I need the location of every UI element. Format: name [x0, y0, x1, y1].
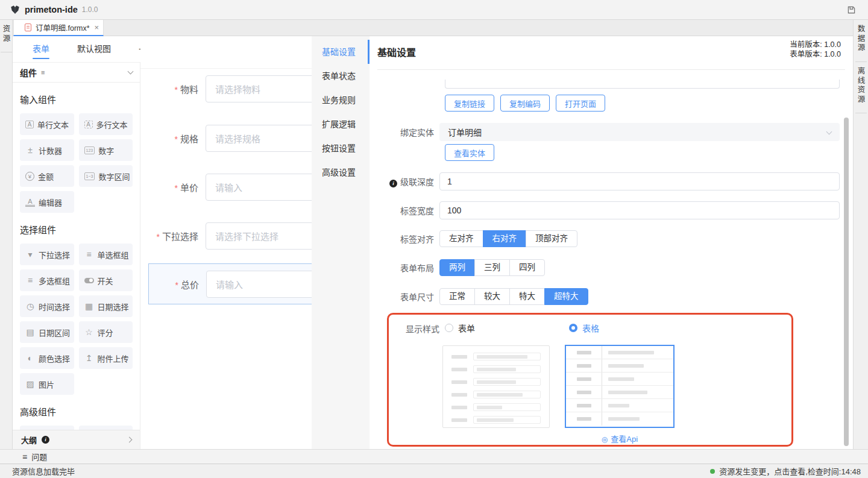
cascade-depth-input[interactable] — [439, 172, 840, 190]
chevron-down-icon — [826, 129, 832, 135]
date-range-icon: ▤ — [25, 327, 35, 337]
bind-entity-select[interactable]: 订单明细 — [439, 123, 840, 141]
palette-item[interactable]: 1~3数字区间 — [79, 165, 133, 187]
settings-nav: 基础设置表单状态业务规则扩展逻辑按钮设置高级设置 — [312, 36, 370, 449]
skeleton-input — [473, 416, 541, 424]
table-style-preview[interactable] — [565, 345, 675, 428]
field-input[interactable]: 请输入 — [206, 271, 312, 298]
segment-option[interactable]: 左对齐 — [439, 230, 483, 247]
segment-option[interactable]: 超特大 — [544, 288, 588, 305]
palette-item[interactable]: A编辑器 — [20, 191, 74, 213]
close-tab-icon[interactable]: × — [95, 23, 99, 32]
palette-item[interactable]: ▨图片 — [20, 373, 74, 395]
clipped-input[interactable] — [445, 80, 840, 89]
skeleton-row — [451, 391, 541, 398]
segment-option[interactable]: 正常 — [439, 288, 475, 305]
palette-item[interactable] — [79, 426, 133, 430]
field-label: *物料 — [140, 83, 206, 95]
action-button[interactable]: 复制编码 — [500, 95, 550, 112]
skeleton-table-cell — [602, 412, 673, 426]
palette-item[interactable]: A单行文本 — [20, 113, 74, 135]
segment-option[interactable]: 两列 — [439, 259, 475, 276]
canvas-field[interactable]: *下拉选择请选择下拉选择 — [140, 222, 312, 250]
palette-item[interactable]: ▾下拉选择 — [20, 244, 74, 265]
palette-item[interactable]: ≡多选框组 — [20, 269, 74, 291]
label-width-input[interactable] — [439, 201, 840, 219]
field-input[interactable]: 请选择下拉选择 — [206, 222, 312, 250]
view-tab[interactable]: 默认视图 — [77, 36, 111, 62]
palette-tiles: ▾下拉选择≡单选框组≡多选框组开关◷时间选择▦日期选择▤日期区间☆评分◐颜色选择… — [20, 244, 133, 395]
segment-option[interactable]: 顶部对齐 — [526, 230, 577, 247]
radio-option[interactable]: 表单 — [445, 322, 475, 334]
palette-item[interactable]: ≡单选框组 — [79, 244, 133, 265]
settings-nav-item[interactable]: 高级设置 — [312, 160, 370, 184]
skeleton-bar — [477, 380, 516, 384]
field-input[interactable]: 请选择物料 — [206, 75, 312, 102]
settings-nav-item[interactable]: 基础设置 — [312, 40, 370, 64]
settings-nav-item[interactable]: 扩展逻辑 — [312, 112, 370, 136]
canvas-field[interactable]: *单价请输入 — [140, 174, 312, 201]
chevron-down-icon[interactable] — [128, 69, 134, 75]
field-placeholder: 请选择下拉选择 — [215, 230, 278, 242]
canvas-field[interactable]: *物料请选择物料 — [140, 75, 312, 102]
form-style-preview[interactable] — [442, 345, 550, 428]
segment-option[interactable]: 较大 — [474, 288, 510, 305]
palette-item[interactable]: ☆评分 — [79, 321, 133, 343]
palette-item[interactable]: ▤日期区间 — [20, 321, 74, 343]
form-design-canvas[interactable]: *总价请输入 *物料请选择物料*规格请选择规格*单价请输入*下拉选择请选择下拉选… — [140, 36, 312, 449]
palette-item[interactable] — [20, 426, 74, 430]
canvas-field[interactable]: *规格请选择规格 — [140, 125, 312, 152]
radio-icon[interactable] — [445, 324, 453, 332]
problems-bar[interactable]: ≡ 问题 — [0, 449, 868, 464]
settings-nav-item[interactable]: 表单状态 — [312, 64, 370, 88]
field-input[interactable]: 请选择规格 — [206, 125, 312, 152]
action-button[interactable]: 打开页面 — [556, 95, 605, 112]
status-bar: 资源信息加载完毕 资源发生变更，点击查看,检查时间:14:48 — [0, 464, 868, 478]
chevron-right-icon[interactable] — [127, 437, 133, 443]
skeleton-input — [473, 365, 541, 373]
palette-item[interactable]: 开关 — [79, 269, 133, 291]
rail-item[interactable]: 离线资源 — [855, 67, 867, 113]
palette-menu-icon[interactable]: ≡ — [41, 69, 45, 76]
skeleton-bar — [451, 380, 467, 384]
segment-option[interactable]: 三列 — [474, 259, 510, 276]
palette-item[interactable]: ↥附件上传 — [79, 347, 133, 369]
outline-bar[interactable]: 大纲 i — [13, 430, 140, 449]
palette-item[interactable]: ¥金额 — [20, 165, 74, 187]
current-version: 当前版本: 1.0.0 — [790, 40, 841, 49]
rail-item[interactable]: 数据源 — [855, 25, 867, 62]
file-tab-order-detail[interactable]: 订单明细.formx* × — [13, 20, 104, 36]
skeleton-bar — [477, 368, 516, 371]
info-icon: i — [389, 180, 397, 187]
segment-option[interactable]: 四列 — [509, 259, 545, 276]
segment-option[interactable]: 右对齐 — [483, 230, 527, 247]
action-button[interactable]: 复制链接 — [445, 95, 494, 112]
view-tab[interactable]: 表单 — [33, 36, 49, 62]
palette-item[interactable]: ▦日期选择 — [79, 295, 133, 317]
view-api-link[interactable]: ◎查看Api — [565, 433, 675, 444]
palette-header[interactable]: 组件 ≡ — [13, 62, 140, 83]
selected-field-container[interactable]: *总价请输入 — [148, 263, 312, 304]
radio-icon[interactable] — [569, 324, 577, 332]
scrollbar[interactable] — [844, 118, 849, 446]
palette-item[interactable]: ◐颜色选择 — [20, 347, 74, 369]
palette-item[interactable]: ◷时间选择 — [20, 295, 74, 317]
palette-item[interactable]: ±计数器 — [20, 139, 74, 161]
palette-group: 输入组件A单行文本A多行文本±计数器123数字¥金额1~3数字区间A编辑器 — [20, 93, 133, 213]
resource-change-notice[interactable]: 资源发生变更，点击查看,检查时间:14:48 — [710, 465, 861, 477]
segment-option[interactable]: 特大 — [509, 288, 545, 305]
palette-item-label: 颜色选择 — [39, 353, 70, 364]
rail-item[interactable]: 资源 — [1, 25, 12, 52]
settings-nav-item[interactable]: 按钮设置 — [312, 136, 370, 160]
skeleton-bar — [477, 393, 523, 397]
palette-item[interactable]: A多行文本 — [79, 113, 133, 135]
field-input[interactable]: 请输入 — [206, 174, 312, 201]
save-button[interactable] — [847, 5, 856, 14]
field-placeholder: 请选择物料 — [215, 83, 260, 95]
radio-option[interactable]: 表格 — [569, 322, 599, 334]
canvas-field[interactable]: *总价请输入 — [141, 271, 312, 298]
settings-nav-item[interactable]: 业务规则 — [312, 88, 370, 112]
palette-item[interactable]: 123数字 — [79, 139, 133, 161]
view-entity-button[interactable]: 查看实体 — [445, 144, 494, 161]
outline-label: 大纲 — [21, 434, 37, 445]
